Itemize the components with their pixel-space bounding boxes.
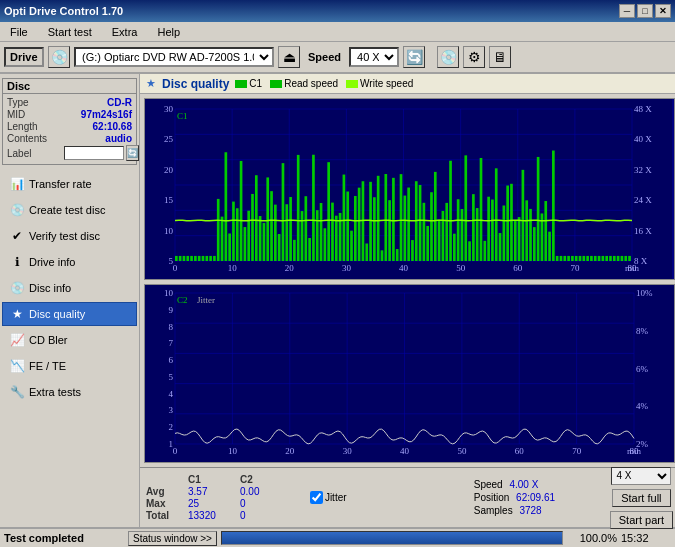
stats-total-c1: 13320 xyxy=(188,510,238,521)
disc-mid-row: MID 97m24s16f xyxy=(7,109,132,120)
content-header: ★ Disc quality C1 Read speed Write speed xyxy=(140,74,675,94)
start-full-button[interactable]: Start full xyxy=(612,489,670,507)
status-text: Test completed xyxy=(4,532,124,544)
maximize-button[interactable]: □ xyxy=(637,4,653,18)
disc-contents-val: audio xyxy=(105,133,132,144)
start-part-button[interactable]: Start part xyxy=(610,511,673,529)
stats-avg-row: Avg 3.57 0.00 xyxy=(146,486,294,497)
legend-c1-color xyxy=(235,80,247,88)
stats-middle: Jitter xyxy=(302,491,466,504)
disc-info-table: Type CD-R MID 97m24s16f Length 62:10.68 … xyxy=(3,94,136,164)
menu-start-test[interactable]: Start test xyxy=(42,25,98,39)
disc-type-key: Type xyxy=(7,97,62,108)
nav-disc-info-label: Disc info xyxy=(29,282,71,294)
chart1-container xyxy=(144,98,675,280)
stats-total-label: Total xyxy=(146,510,186,521)
settings-button[interactable]: ⚙ xyxy=(463,46,485,68)
menu-extra[interactable]: Extra xyxy=(106,25,144,39)
disc-button[interactable]: 💿 xyxy=(437,46,459,68)
legend-c1-label: C1 xyxy=(249,78,262,89)
eject-button[interactable]: ⏏ xyxy=(278,46,300,68)
disc-contents-key: Contents xyxy=(7,133,62,144)
nav-verify-test[interactable]: ✔ Verify test disc xyxy=(2,224,137,248)
speed-select[interactable]: 40 X xyxy=(349,47,399,67)
menu-file[interactable]: File xyxy=(4,25,34,39)
drive-select[interactable]: (G:) Optiarc DVD RW AD-7200S 1.0B xyxy=(74,47,274,67)
nav-create-test[interactable]: 💿 Create test disc xyxy=(2,198,137,222)
nav-disc-quality-label: Disc quality xyxy=(29,308,85,320)
disc-length-row: Length 62:10.68 xyxy=(7,121,132,132)
legend-read-label: Read speed xyxy=(284,78,338,89)
nav-transfer-rate-label: Transfer rate xyxy=(29,178,92,190)
position-info-row: Position 62:09.61 xyxy=(474,492,594,503)
verify-test-icon: ✔ xyxy=(9,228,25,244)
disc-type-row: Type CD-R xyxy=(7,97,132,108)
disc-contents-row: Contents audio xyxy=(7,133,132,144)
disc-label-btn[interactable]: 🔄 xyxy=(126,145,139,161)
disc-section-title: Disc xyxy=(3,79,136,94)
nav-cd-bler-label: CD Bler xyxy=(29,334,68,346)
legend-read-color xyxy=(270,80,282,88)
jitter-checkbox[interactable] xyxy=(310,491,323,504)
right-content: ★ Disc quality C1 Read speed Write speed xyxy=(140,74,675,527)
progress-container xyxy=(221,531,563,545)
stats-table: C1 C2 Avg 3.57 0.00 Max 25 0 Total 13320… xyxy=(146,473,294,522)
speed-info-value: 4.00 X xyxy=(509,479,538,490)
disc-length-val: 62:10.68 xyxy=(93,121,132,132)
status-window-button[interactable]: Status window >> xyxy=(128,531,217,546)
content-title: Disc quality xyxy=(162,77,229,91)
transfer-rate-icon: 📊 xyxy=(9,176,25,192)
status-bar: Test completed Status window >> 100.0% 1… xyxy=(0,527,675,547)
position-info-value: 62:09.61 xyxy=(516,492,555,503)
disc-label-row: Label 🔄 xyxy=(7,145,132,161)
legend-write-label: Write speed xyxy=(360,78,413,89)
status-time: 15:32 xyxy=(621,532,671,544)
legend-write-color xyxy=(346,80,358,88)
position-info-label: Position xyxy=(474,492,510,503)
close-button[interactable]: ✕ xyxy=(655,4,671,18)
stats-max-c2: 0 xyxy=(240,498,290,509)
nav-transfer-rate[interactable]: 📊 Transfer rate xyxy=(2,172,137,196)
disc-label-input[interactable] xyxy=(64,146,124,160)
chart2-canvas xyxy=(145,285,674,462)
nav-disc-quality[interactable]: ★ Disc quality xyxy=(2,302,137,326)
cd-bler-icon: 📈 xyxy=(9,332,25,348)
info-button[interactable]: 🖥 xyxy=(489,46,511,68)
stats-avg-c1: 3.57 xyxy=(188,486,238,497)
nav-drive-info[interactable]: ℹ Drive info xyxy=(2,250,137,274)
disc-type-val: CD-R xyxy=(107,97,132,108)
speed-dropdown[interactable]: 4 X xyxy=(611,467,671,485)
disc-section: Disc Type CD-R MID 97m24s16f Length 62:1… xyxy=(2,78,137,165)
speed-info-label: Speed xyxy=(474,479,503,490)
minimize-button[interactable]: ─ xyxy=(619,4,635,18)
stats-avg-label: Avg xyxy=(146,486,186,497)
stats-max-row: Max 25 0 xyxy=(146,498,294,509)
stats-buttons: 4 X Start full Start part xyxy=(602,467,673,529)
stats-max-label: Max xyxy=(146,498,186,509)
nav-create-test-label: Create test disc xyxy=(29,204,105,216)
nav-cd-bler[interactable]: 📈 CD Bler xyxy=(2,328,137,352)
create-test-icon: 💿 xyxy=(9,202,25,218)
window-controls: ─ □ ✕ xyxy=(619,4,671,18)
content-header-icon: ★ xyxy=(146,77,156,90)
stats-col-empty xyxy=(146,474,186,485)
disc-info-icon: 💿 xyxy=(9,280,25,296)
nav-fe-te[interactable]: 📉 FE / TE xyxy=(2,354,137,378)
fe-te-icon: 📉 xyxy=(9,358,25,374)
legend-c1: C1 xyxy=(235,78,262,89)
stats-bar: C1 C2 Avg 3.57 0.00 Max 25 0 Total 13320… xyxy=(140,467,675,527)
menu-help[interactable]: Help xyxy=(151,25,186,39)
disc-length-key: Length xyxy=(7,121,62,132)
stats-max-c1: 25 xyxy=(188,498,238,509)
stats-right-info: Speed 4.00 X Position 62:09.61 Samples 3… xyxy=(474,479,594,516)
title-bar: Opti Drive Control 1.70 ─ □ ✕ xyxy=(0,0,675,22)
progress-percent: 100.0% xyxy=(567,532,617,544)
nav-disc-info[interactable]: 💿 Disc info xyxy=(2,276,137,300)
stats-col-c1: C1 xyxy=(188,474,238,485)
nav-extra-tests-label: Extra tests xyxy=(29,386,81,398)
progress-bar xyxy=(222,532,562,544)
legend-write: Write speed xyxy=(346,78,413,89)
nav-extra-tests[interactable]: 🔧 Extra tests xyxy=(2,380,137,404)
drive-label: Drive xyxy=(4,47,44,67)
refresh-button[interactable]: 🔄 xyxy=(403,46,425,68)
